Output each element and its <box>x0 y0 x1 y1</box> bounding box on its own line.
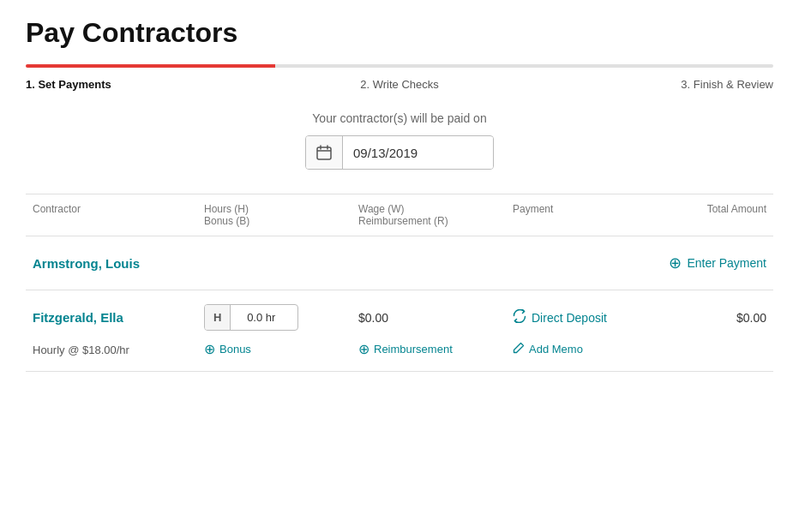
bonus-button[interactable]: ⊕ Bonus <box>204 341 345 357</box>
armstrong-name[interactable]: Armstrong, Louis <box>33 256 140 271</box>
fitzgerald-hours-cell: H <box>197 290 351 338</box>
stepper-step-3: 3. Finish & Review <box>524 78 773 91</box>
date-label: Your contractor(s) will be paid on <box>312 111 486 125</box>
payment-method-label: Direct Deposit <box>532 311 607 325</box>
page-container: Pay Contractors 1. Set Payments 2. Write… <box>0 0 799 532</box>
table-row-fitzgerald-detail: Fitzgerald, Ella H $0.00 <box>26 290 773 338</box>
add-memo-button[interactable]: Add Memo <box>513 342 628 356</box>
plus-circle-icon: ⊕ <box>669 254 682 272</box>
fitzgerald-name[interactable]: Fitzgerald, Ella <box>33 310 123 325</box>
enter-payment-button[interactable]: ⊕ Enter Payment <box>641 254 766 272</box>
stepper-bar <box>26 64 773 68</box>
date-input-wrapper <box>305 135 494 170</box>
wage-amount: $0.00 <box>358 311 388 325</box>
fitzgerald-total-cell: $0.00 <box>634 290 773 338</box>
stepper-step-2: 2. Write Checks <box>275 78 525 91</box>
stepper: 1. Set Payments 2. Write Checks 3. Finis… <box>26 64 773 91</box>
table-row-fitzgerald-sub: Hourly @ $18.00/hr ⊕ Bonus ⊕ Reimburseme… <box>26 338 773 372</box>
fitzgerald-payment-cell: Direct Deposit <box>506 290 634 338</box>
contractors-table: Contractor Hours (H) Bonus (B) Wage (W) … <box>26 194 773 372</box>
fitzgerald-wage-cell: $0.00 <box>351 290 506 338</box>
fitzgerald-memo-cell: Add Memo <box>506 338 634 372</box>
th-total: Total Amount <box>634 194 773 236</box>
armstrong-total-cell: ⊕ Enter Payment <box>634 236 773 290</box>
pencil-icon <box>513 342 525 356</box>
th-wage: Wage (W) Reimbursement (R) <box>351 194 506 236</box>
fitzgerald-rate-label: Hourly @ $18.00/hr <box>33 344 129 356</box>
total-amount: $0.00 <box>736 311 766 325</box>
th-hours: Hours (H) Bonus (B) <box>197 194 351 236</box>
th-payment: Payment <box>506 194 634 236</box>
calendar-icon <box>306 136 343 169</box>
table-row-armstrong: Armstrong, Louis ⊕ Enter Payment <box>26 236 773 290</box>
page-title: Pay Contractors <box>26 17 773 49</box>
reimbursement-button[interactable]: ⊕ Reimbursement <box>358 341 499 357</box>
bonus-plus-icon: ⊕ <box>204 341 215 357</box>
stepper-step-1: 1. Set Payments <box>26 78 275 91</box>
hours-label-box: H <box>205 305 231 330</box>
fitzgerald-sub-total-cell <box>634 338 773 372</box>
fitzgerald-reimbursement-cell: ⊕ Reimbursement <box>351 338 506 372</box>
stepper-bar-active <box>26 64 275 68</box>
date-section: Your contractor(s) will be paid on <box>26 111 773 170</box>
armstrong-name-cell: Armstrong, Louis <box>26 236 197 290</box>
stepper-labels: 1. Set Payments 2. Write Checks 3. Finis… <box>26 78 773 91</box>
th-contractor: Contractor <box>26 194 197 236</box>
sync-icon <box>513 309 526 326</box>
armstrong-wage-cell <box>351 236 506 290</box>
armstrong-payment-cell <box>506 236 634 290</box>
hours-input-group: H <box>204 304 298 331</box>
svg-rect-0 <box>317 147 331 159</box>
fitzgerald-sub-label-cell: Hourly @ $18.00/hr <box>26 338 197 372</box>
fitzgerald-name-cell: Fitzgerald, Ella <box>26 290 197 338</box>
date-input[interactable] <box>343 137 493 169</box>
hours-input[interactable] <box>231 305 282 330</box>
fitzgerald-bonus-cell: ⊕ Bonus <box>197 338 351 372</box>
table-header-row: Contractor Hours (H) Bonus (B) Wage (W) … <box>26 194 773 236</box>
stepper-bar-inactive <box>275 64 773 68</box>
armstrong-hours-cell <box>197 236 351 290</box>
payment-method-button[interactable]: Direct Deposit <box>513 309 628 326</box>
reimbursement-plus-icon: ⊕ <box>358 341 369 357</box>
